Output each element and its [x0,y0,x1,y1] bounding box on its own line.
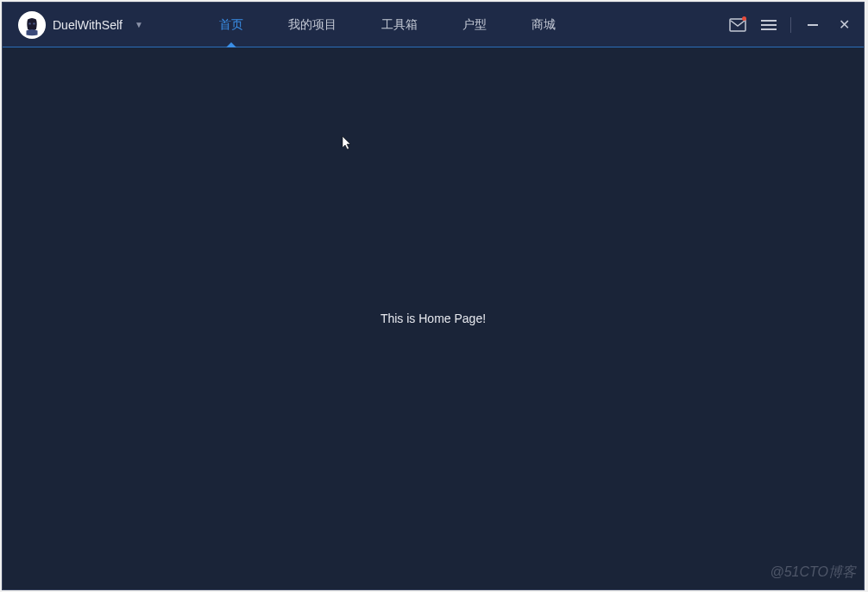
tab-store[interactable]: 商城 [509,3,578,47]
tab-home[interactable]: 首页 [197,3,266,47]
user-section[interactable]: DuelWithSelf ▼ [3,11,143,39]
tab-label: 户型 [462,17,487,33]
window-controls: ✕ [728,16,853,35]
tab-my-projects[interactable]: 我的项目 [266,3,359,47]
title-bar: DuelWithSelf ▼ 首页 我的项目 工具箱 户型 商城 [3,3,864,47]
mail-notification-badge [742,16,746,21]
tab-label: 工具箱 [381,17,418,33]
avatar[interactable] [18,11,46,39]
svg-rect-3 [730,19,745,31]
tab-label: 首页 [219,17,243,33]
nav-tabs: 首页 我的项目 工具箱 户型 商城 [197,3,578,47]
tab-floorplan[interactable]: 户型 [440,3,509,47]
content-area: This is Home Page! [3,47,864,589]
menu-icon[interactable] [759,16,778,35]
tab-label: 商城 [531,17,556,33]
cursor-icon [342,135,354,154]
close-icon: ✕ [839,18,850,32]
svg-point-1 [28,22,30,24]
minimize-button[interactable] [803,16,822,35]
dropdown-arrow-icon[interactable]: ▼ [135,20,143,29]
divider [790,17,791,33]
mail-icon[interactable] [728,16,747,35]
tab-label: 我的项目 [288,17,337,33]
svg-point-2 [33,22,35,24]
minimize-icon [808,24,818,26]
home-page-text: This is Home Page! [381,312,486,325]
app-window: DuelWithSelf ▼ 首页 我的项目 工具箱 户型 商城 [2,2,865,590]
watermark: @51CTO博客 [770,564,856,582]
tab-toolbox[interactable]: 工具箱 [359,3,440,47]
username-label: DuelWithSelf [53,18,123,32]
close-button[interactable]: ✕ [834,16,853,35]
avatar-icon [21,14,43,36]
